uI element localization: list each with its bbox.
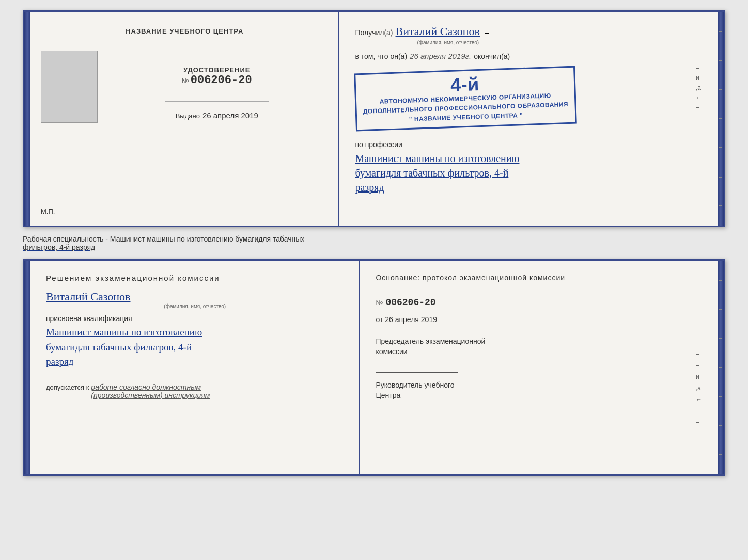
comm-dash4: –: [696, 407, 702, 414]
cert-poluchil-label: Получил(а): [355, 28, 393, 37]
comm-edge-3: [719, 338, 722, 339]
comm-date-line: от 26 апреля 2019: [376, 315, 702, 324]
cert-no-prefix: №: [182, 77, 189, 85]
comm-number-line: № 006206-20: [376, 292, 702, 313]
cert-recipient-name: Виталий Сазонов: [396, 25, 480, 38]
edge-dash-2: [719, 60, 722, 61]
comm-qual-line3: разряд: [46, 356, 73, 367]
comm-dash5: –: [696, 419, 702, 426]
comm-title: Решением экзаменационной комиссии: [46, 274, 344, 282]
comm-no-prefix: №: [376, 299, 383, 307]
cert-vydano-date: 26 апреля 2019: [202, 111, 258, 120]
comm-arrow: ←: [696, 396, 702, 403]
cert-mp: М.П.: [41, 207, 55, 215]
comm-spine-right: [718, 261, 724, 474]
comm-dopusk-line: допускается к работе согласно должностны…: [46, 383, 344, 399]
comm-right-markers: – – – и ,а ← – – –: [696, 337, 702, 437]
cert-number-value: 006206-20: [191, 74, 252, 87]
comm-dash6: –: [696, 430, 702, 437]
comm-date-value: 26 апреля 2019: [385, 315, 437, 324]
comm-right-page: Основание: протокол экзаменационной коми…: [360, 261, 718, 474]
cert-left-page: НАЗВАНИЕ УЧЕБНОГО ЦЕНТРА УДОСТОВЕРЕНИЕ №…: [30, 12, 339, 226]
cert-profession-block: по профессии Машинист машины по изготовл…: [355, 140, 702, 195]
cert-recipient-line: Получил(а) Виталий Сазонов –: [355, 25, 702, 38]
comm-qual-line2: бумагидля табачных фильтров, 4-й: [46, 342, 192, 353]
comm-a-label: ,а: [696, 385, 702, 392]
cert-prof-line1: Машинист машины по изготовлению: [355, 153, 519, 164]
comm-divider: [46, 375, 149, 375]
comm-osnov-label: Основание: протокол экзаменационной коми…: [376, 274, 702, 282]
cert-po-professii: по профессии: [355, 140, 702, 149]
comm-edge-5: [719, 396, 722, 397]
comm-spine-left: [24, 261, 30, 474]
comm-name-value: Виталий Сазонов: [46, 290, 344, 303]
comm-right-signatures: Председатель экзаменационной комиссии Ру…: [376, 337, 693, 437]
cert-okonchil-label: окончил(а): [474, 52, 510, 60]
edge-dash-4: [719, 118, 722, 119]
comm-dopusk-value: работе согласно должностным (производств…: [91, 383, 210, 399]
comm-dash2: –: [696, 350, 702, 358]
cert-spine-left: [24, 12, 30, 226]
cert-spine-right: [718, 12, 724, 226]
cert-i-label: и: [696, 74, 702, 82]
edge-dash-1: [719, 31, 722, 32]
comm-dopusk-val1: работе согласно должностным: [91, 383, 201, 391]
comm-edge-2: [719, 309, 722, 310]
cert-school-title: НАЗВАНИЕ УЧЕБНОГО ЦЕНТРА: [126, 27, 243, 35]
comm-i-label: и: [696, 373, 702, 380]
comm-dopusk-val2: (производственным) инструкциям: [91, 391, 210, 399]
cert-vydano-label: Выдано: [176, 112, 200, 120]
comm-assigned-label: присвоена квалификация: [46, 314, 344, 323]
commission-book: Решением экзаменационной комиссии Витали…: [23, 259, 725, 476]
comm-dash3: –: [696, 362, 702, 369]
cert-dash1: –: [696, 65, 702, 72]
edge-dash-5: [719, 147, 722, 148]
document-container: НАЗВАНИЕ УЧЕБНОГО ЦЕНТРА УДОСТОВЕРЕНИЕ №…: [23, 10, 725, 476]
comm-dopusk-label: допускается к: [46, 383, 89, 391]
cert-handwritten-date: 26 апреля 2019г.: [410, 52, 471, 60]
cert-number-section: УДОСТОВЕРЕНИЕ № 006206-20: [182, 66, 252, 87]
comm-rukov-sig-line: [376, 411, 458, 411]
between-text-underline: фильтров, 4-й разряд: [23, 243, 95, 251]
comm-edge-4: [719, 367, 722, 368]
cert-a-label: ,а: [696, 84, 702, 91]
cert-stamp-content: 4-й АВТОНОМНУЮ НЕКОММЕРЧЕСКУЮ ОРГАНИЗАЦИ…: [355, 65, 693, 133]
comm-rukov-line2: Центра: [376, 391, 400, 399]
comm-qual-value: Машинист машины по изготовлению бумагидл…: [46, 325, 344, 370]
cert-dash: –: [485, 28, 489, 37]
cert-right-page: Получил(а) Виталий Сазонов – (фамилия, и…: [339, 12, 718, 226]
comm-chair-sig-line: [376, 372, 458, 373]
cert-tom-line: в том, что он(а) 26 апреля 2019г. окончи…: [355, 52, 702, 60]
edge-dash-7: [719, 205, 722, 206]
cert-stamp-area: 4-й АВТОНОМНУЮ НЕКОММЕРЧЕСКУЮ ОРГАНИЗАЦИ…: [355, 65, 702, 133]
cert-divider: [165, 101, 269, 102]
cert-issued-line: Выдано 26 апреля 2019: [176, 111, 258, 120]
cert-profession-value: Машинист машины по изготовлению бумагидл…: [355, 151, 702, 195]
comm-left-page: Решением экзаменационной комиссии Витали…: [30, 261, 360, 474]
comm-dash1: –: [696, 339, 702, 346]
comm-edge-6: [719, 425, 722, 426]
cert-right-markers: – и ,а ← –: [696, 65, 702, 111]
comm-rukov-line1: Руководитель учебного: [376, 381, 454, 389]
between-text-normal: Рабочая специальность - Машинист машины …: [23, 235, 304, 243]
cert-vtom-label: в том, что он(а): [355, 52, 407, 60]
comm-qual-line1: Машинист машины по изготовлению: [46, 327, 202, 338]
comm-number-value: 006206-20: [385, 297, 435, 308]
cert-fio-hint: (фамилия, имя, отчество): [417, 40, 702, 45]
comm-edge-7: [719, 454, 722, 455]
edge-dash-6: [719, 177, 722, 178]
cert-udost-label: УДОСТОВЕРЕНИЕ: [182, 66, 252, 74]
comm-chair-label: Председатель экзаменационной комиссии: [376, 337, 693, 357]
comm-name-block: Виталий Сазонов (фамилия, имя, отчество): [46, 290, 344, 309]
comm-edge-1: [719, 280, 722, 281]
between-label: Рабочая специальность - Машинист машины …: [23, 232, 725, 254]
comm-chair-line2: комиссии: [376, 347, 407, 356]
certificate-book: НАЗВАНИЕ УЧЕБНОГО ЦЕНТРА УДОСТОВЕРЕНИЕ №…: [23, 10, 725, 227]
cert-photo: [41, 51, 98, 123]
cert-arrow: ←: [696, 94, 702, 101]
comm-chair-line1: Председатель экзаменационной: [376, 337, 485, 345]
comm-name-hint: (фамилия, имя, отчество): [46, 303, 344, 309]
comm-date-prefix: от: [376, 315, 383, 324]
cert-prof-line2: бумагидля табачных фильтров, 4-й: [355, 167, 508, 179]
cert-dash2: –: [696, 104, 702, 111]
